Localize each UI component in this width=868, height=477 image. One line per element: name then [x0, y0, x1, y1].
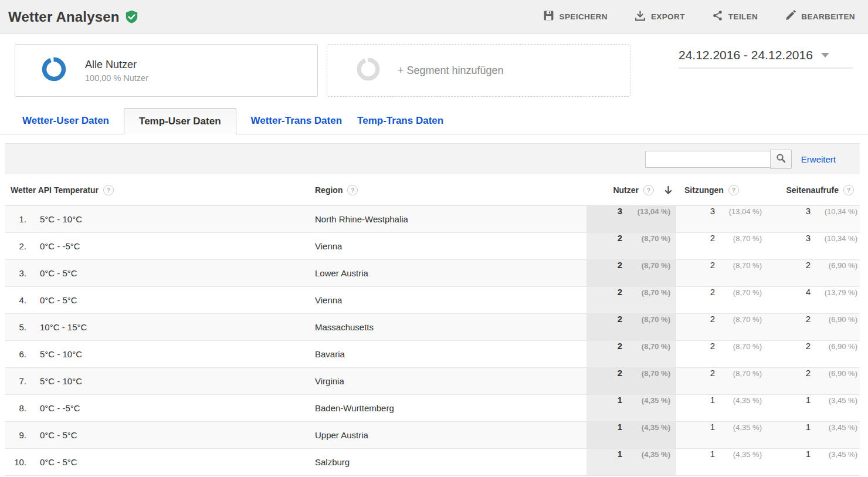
help-icon[interactable]: ? [347, 185, 358, 195]
tab-wetter-trans-daten[interactable]: Wetter-Trans Daten [243, 108, 350, 134]
row-rank: 6. [5, 349, 33, 359]
help-icon[interactable]: ? [643, 185, 654, 195]
segment-all-users[interactable]: Alle Nutzer 100,00 % Nutzer [15, 44, 318, 97]
table-row: 5. 10°C - 15°C Massachusetts 2 (8,70 %) … [5, 314, 860, 341]
table-header: Wetter API Temperatur ? Region ? Nutzer … [5, 174, 860, 206]
nutzer-percent: (4,35 %) [622, 450, 670, 459]
add-segment-button[interactable]: + Segment hinzufügen [327, 44, 630, 97]
tab-wetter-user-daten[interactable]: Wetter-User Daten [15, 108, 117, 134]
temperature-value: 0°C - -5°C [33, 241, 310, 251]
seitenaufrufe-cell: 4 (13,79 %) [763, 287, 860, 313]
table-row: 3. 0°C - 5°C Lower Austria 2 (8,70 %) 2 … [5, 260, 860, 287]
advanced-filter-link[interactable]: Erweitert [801, 154, 836, 164]
seitenaufrufe-percent: (13,79 %) [811, 288, 857, 297]
column-header-region[interactable]: Region ? [310, 185, 586, 195]
region-value: Lower Austria [310, 268, 586, 278]
sitzungen-percent: (8,70 %) [715, 288, 762, 297]
nutzer-cell: 1 (4,35 %) [586, 422, 676, 448]
help-icon[interactable]: ? [843, 185, 854, 195]
nutzer-value: 2 [618, 341, 622, 351]
region-value: Vienna [310, 295, 586, 305]
sitzungen-value: 1 [710, 422, 715, 432]
search-button[interactable] [770, 150, 792, 169]
temperature-value: 5°C - 10°C [33, 214, 310, 224]
nutzer-value: 2 [618, 368, 622, 378]
download-icon [635, 10, 646, 23]
seitenaufrufe-value: 2 [806, 341, 811, 351]
add-segment-label: + Segment hinzufügen [398, 65, 504, 77]
column-header-sitzungen[interactable]: Sitzungen ? [676, 185, 763, 195]
segments-row: Alle Nutzer 100,00 % Nutzer + Segment hi… [0, 34, 868, 107]
table-row: 10. 0°C - 5°C Salzburg 1 (4,35 %) 1 (4,3… [5, 449, 860, 476]
nutzer-percent: (8,70 %) [622, 261, 670, 270]
sitzungen-cell: 1 (4,35 %) [676, 422, 763, 448]
edit-button[interactable]: BEARBEITEN [785, 10, 855, 23]
column-header-seitenaufrufe[interactable]: Seitenaufrufe ? [763, 185, 860, 195]
sitzungen-cell: 2 (8,70 %) [676, 260, 763, 286]
row-rank: 5. [5, 322, 33, 332]
nutzer-percent: (13,04 %) [622, 207, 670, 216]
nutzer-value: 2 [618, 287, 622, 297]
tab-temp-user-daten[interactable]: Temp-User Daten [124, 108, 236, 134]
column-header-nutzer[interactable]: Nutzer ? [586, 185, 676, 195]
temperature-value: 5°C - 10°C [33, 349, 310, 359]
sitzungen-value: 3 [710, 206, 715, 216]
seitenaufrufe-value: 1 [806, 449, 811, 459]
region-value: Salzburg [310, 457, 586, 467]
region-value: Upper Austria [310, 430, 586, 440]
nutzer-value: 1 [618, 449, 622, 459]
nutzer-cell: 2 (8,70 %) [586, 287, 676, 313]
save-button[interactable]: SPEICHERN [543, 10, 608, 23]
nutzer-cell: 2 (8,70 %) [586, 314, 676, 340]
temperature-header-label: Wetter API Temperatur [11, 185, 99, 195]
help-icon[interactable]: ? [103, 185, 114, 195]
column-header-temperature[interactable]: Wetter API Temperatur ? [5, 185, 310, 195]
export-button[interactable]: EXPORT [635, 10, 685, 23]
save-icon [543, 10, 554, 23]
temperature-value: 10°C - 15°C [33, 322, 310, 332]
nutzer-cell: 2 (8,70 %) [586, 368, 676, 394]
share-button[interactable]: TEILEN [712, 10, 758, 23]
sitzungen-value: 2 [710, 368, 715, 378]
seitenaufrufe-value: 2 [806, 260, 811, 270]
seitenaufrufe-value: 1 [806, 422, 811, 432]
nutzer-value: 1 [618, 395, 622, 405]
top-bar: Wetter Analysen SPEICHERN EXPORT TEILEN [0, 0, 868, 34]
row-rank: 9. [5, 430, 33, 440]
sitzungen-percent: (8,70 %) [715, 369, 762, 378]
seitenaufrufe-percent: (6,90 %) [811, 261, 857, 270]
sitzungen-percent: (8,70 %) [715, 342, 762, 351]
sitzungen-cell: 2 (8,70 %) [676, 314, 763, 340]
row-rank: 10. [5, 457, 33, 467]
date-range-picker[interactable]: 24.12.2016 - 24.12.2016 [679, 48, 853, 69]
seitenaufrufe-cell: 1 (3,45 %) [763, 422, 860, 448]
search-input[interactable] [645, 151, 770, 168]
help-icon[interactable]: ? [728, 185, 739, 195]
seitenaufrufe-header-label: Seitenaufrufe [786, 185, 839, 195]
sitzungen-cell: 1 (4,35 %) [676, 449, 763, 475]
nutzer-cell: 2 (8,70 %) [586, 260, 676, 286]
sitzungen-percent: (13,04 %) [715, 207, 762, 216]
share-icon [712, 10, 723, 23]
seitenaufrufe-percent: (10,34 %) [811, 234, 857, 243]
sitzungen-value: 1 [710, 395, 715, 405]
sort-desc-arrow-icon[interactable] [663, 185, 673, 195]
table-row: 8. 0°C - -5°C Baden-Wurttemberg 1 (4,35 … [5, 395, 860, 422]
segment-subtitle: 100,00 % Nutzer [85, 73, 148, 83]
seitenaufrufe-value: 2 [806, 368, 811, 378]
seitenaufrufe-cell: 2 (6,90 %) [763, 368, 860, 394]
data-table: Wetter API Temperatur ? Region ? Nutzer … [5, 174, 860, 476]
table-row: 6. 5°C - 10°C Bavaria 2 (8,70 %) 2 (8,70… [5, 341, 860, 368]
sitzungen-cell: 2 (8,70 %) [676, 368, 763, 394]
nutzer-value: 3 [618, 206, 622, 216]
seitenaufrufe-value: 3 [806, 233, 811, 243]
tab-temp-trans-daten[interactable]: Temp-Trans Daten [350, 108, 451, 134]
table-row: 9. 0°C - 5°C Upper Austria 1 (4,35 %) 1 … [5, 422, 860, 449]
chevron-down-icon [821, 53, 829, 57]
sitzungen-cell: 2 (8,70 %) [676, 341, 763, 367]
region-value: Massachusetts [310, 322, 586, 332]
region-value: Bavaria [310, 349, 586, 359]
temperature-value: 0°C - 5°C [33, 457, 310, 467]
row-rank: 8. [5, 403, 33, 413]
sitzungen-header-label: Sitzungen [684, 185, 724, 195]
